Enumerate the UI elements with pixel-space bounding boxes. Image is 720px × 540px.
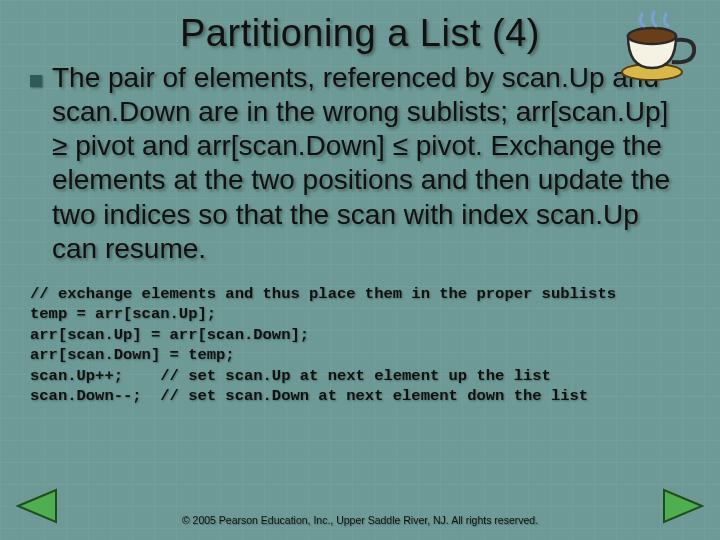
- svg-point-1: [628, 28, 676, 44]
- slide-title: Partitioning a List (4): [24, 12, 696, 55]
- bullet-icon: [30, 75, 42, 87]
- svg-marker-3: [664, 490, 702, 522]
- body-row: The pair of elements, referenced by scan…: [24, 61, 696, 266]
- slide: Partitioning a List (4) The pair of elem…: [0, 0, 720, 540]
- teacup-icon: [614, 8, 704, 88]
- svg-marker-2: [18, 490, 56, 522]
- code-block: // exchange elements and thus place them…: [24, 284, 696, 407]
- copyright-footer: © 2005 Pearson Education, Inc., Upper Sa…: [0, 514, 720, 526]
- nav-back-button[interactable]: [14, 488, 62, 528]
- nav-forward-button[interactable]: [658, 488, 706, 528]
- body-text: The pair of elements, referenced by scan…: [52, 61, 690, 266]
